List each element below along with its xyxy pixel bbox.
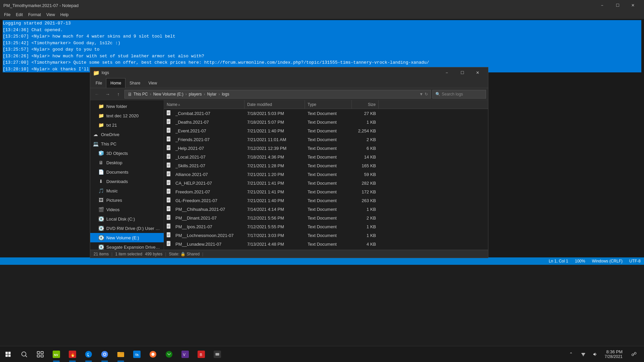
table-row[interactable]: PM__Lunadew.2021-077/13/2021 4:48 PMText… bbox=[164, 240, 488, 248]
tray-expand-btn[interactable]: ⌃ bbox=[566, 346, 577, 362]
address-refresh-icon[interactable]: ↻ bbox=[425, 92, 428, 97]
sidebar-item-undefined[interactable]: 📄Documents bbox=[90, 167, 164, 177]
table-row[interactable]: Freedom.2021-077/21/2021 1:41 PMText Doc… bbox=[164, 187, 488, 196]
file-type-cell: Text Document bbox=[305, 161, 352, 170]
table-row[interactable]: _Local.2021-077/18/2021 4:36 PMText Docu… bbox=[164, 153, 488, 161]
taskbar-search[interactable] bbox=[16, 346, 32, 362]
taskbar-edge[interactable] bbox=[80, 346, 97, 362]
sidebar-item-undefined[interactable]: 💽DVD RW Drive (D:) User Manua... bbox=[90, 224, 164, 233]
windows-icon bbox=[5, 351, 11, 358]
clock[interactable]: 8:36 PM 7/28/2021 bbox=[602, 349, 625, 359]
taskbar-file-explorer[interactable] bbox=[113, 346, 129, 362]
menu-help[interactable]: Help bbox=[58, 12, 71, 18]
taskbar-firewall[interactable]: 🔥 bbox=[64, 346, 80, 362]
ribbon-tab-view[interactable]: View bbox=[144, 78, 161, 88]
sidebar-item-undefined[interactable]: ☁OneDrive bbox=[90, 130, 164, 139]
app1-icon: V bbox=[181, 351, 189, 358]
nav-back-btn[interactable]: ← bbox=[92, 89, 102, 99]
notepad-line: [13:24:36] Chat opened. bbox=[3, 27, 641, 34]
table-row[interactable]: _Help.2021-077/12/2021 12:39 PMText Docu… bbox=[164, 144, 488, 153]
tray-network-icon[interactable] bbox=[578, 346, 589, 362]
taskbar-app1[interactable]: V bbox=[177, 346, 193, 362]
file-type-cell: Text Document bbox=[305, 240, 352, 248]
file-name-cell: _Event.2021-07 bbox=[164, 126, 245, 135]
table-row[interactable]: Alliance.2021-077/21/2021 1:20 PMText Do… bbox=[164, 170, 488, 179]
nav-forward-btn[interactable]: → bbox=[103, 89, 112, 99]
close-button[interactable]: ✕ bbox=[625, 0, 641, 10]
notepad-line: [13:25:42] <Timothymarker> Good day, 1s1… bbox=[3, 40, 641, 47]
minimize-button[interactable]: − bbox=[594, 0, 610, 10]
sidebar-item-undefined[interactable]: 🎵Music bbox=[90, 186, 164, 195]
taskbar-nvidia[interactable]: NV bbox=[48, 346, 64, 362]
file-name-cell: Freedom.2021-07 bbox=[164, 187, 245, 196]
table-row[interactable]: _Skills.2021-077/21/2021 1:28 PMText Doc… bbox=[164, 161, 488, 170]
downloads-icon: ⬇ bbox=[98, 179, 104, 184]
table-row[interactable]: _Friends.2021-077/21/2021 11:01 AMText D… bbox=[164, 135, 488, 144]
menu-edit[interactable]: Edit bbox=[13, 12, 25, 18]
sidebar-item-undefined[interactable]: 💽Seagate Expansion Drive (F:) bbox=[90, 242, 164, 250]
file-name: _Friends.2021-07 bbox=[175, 137, 210, 142]
taskbar-store[interactable]: 🛍 bbox=[129, 346, 145, 362]
col-header-date[interactable]: Date modified bbox=[245, 100, 305, 109]
ribbon-tab-file[interactable]: File bbox=[92, 78, 106, 88]
sidebar-item-undefined[interactable]: 📁New folder bbox=[90, 102, 164, 111]
table-row[interactable]: CA_HELP.2021-077/21/2021 1:41 PMText Doc… bbox=[164, 179, 488, 187]
menu-file[interactable]: File bbox=[1, 12, 13, 18]
taskbar-app2[interactable]: B bbox=[193, 346, 209, 362]
sidebar-label: OneDrive bbox=[101, 132, 119, 137]
ribbon-tab-share[interactable]: Share bbox=[125, 78, 144, 88]
sidebar-item-undefined[interactable]: 🎬Videos bbox=[90, 205, 164, 214]
sidebar-label: This PC bbox=[101, 141, 116, 146]
explorer-maximize-btn[interactable]: ☐ bbox=[454, 68, 470, 78]
explorer-close-btn[interactable]: ✕ bbox=[470, 68, 485, 78]
sidebar-item-undefined[interactable]: 🖼Pictures bbox=[90, 195, 164, 205]
notepad-title: PM_Timothymarker.2021-07 - Notepad bbox=[3, 3, 78, 8]
table-row[interactable]: PM__Dinant.2021-077/12/2021 5:56 PMText … bbox=[164, 214, 488, 222]
file-name: _Event.2021-07 bbox=[175, 128, 206, 133]
tray-volume-icon[interactable] bbox=[590, 346, 601, 362]
taskbar-task-view[interactable] bbox=[32, 346, 48, 362]
store-icon: 🛍 bbox=[133, 351, 141, 358]
videos-icon: 🎬 bbox=[98, 207, 104, 212]
explorer-minimize-btn[interactable]: − bbox=[439, 68, 454, 78]
sidebar-item-undefined[interactable]: 💽Local Disk (C:) bbox=[90, 214, 164, 224]
taskbar-xbox[interactable] bbox=[161, 346, 177, 362]
table-row[interactable]: PM__Lochnessmoon.2021-077/17/2021 3:03 P… bbox=[164, 231, 488, 240]
explorer-titlebar: 📁 logs − ☐ ✕ bbox=[90, 67, 488, 78]
file-date-cell: 7/18/2021 4:36 PM bbox=[245, 153, 305, 161]
maximize-button[interactable]: ☐ bbox=[610, 0, 625, 10]
taskbar-origin[interactable] bbox=[145, 346, 161, 362]
table-row[interactable]: PM__Chihuahua.2021-077/14/2021 4:14 PMTe… bbox=[164, 205, 488, 214]
table-row[interactable]: _Combat.2021-077/18/2021 5:03 PMText Doc… bbox=[164, 109, 488, 118]
sidebar-item-undefined[interactable]: 🧊3D Objects bbox=[90, 148, 164, 158]
address-dropdown-icon[interactable]: ▼ bbox=[419, 92, 423, 97]
sidebar-label: Downloads bbox=[106, 179, 128, 184]
table-row[interactable]: _Deaths.2021-077/18/2021 5:07 PMText Doc… bbox=[164, 118, 488, 126]
table-row[interactable]: _Event.2021-077/21/2021 1:40 PMText Docu… bbox=[164, 126, 488, 135]
sidebar-item-undefined[interactable]: 🖥Desktop bbox=[90, 158, 164, 167]
svg-rect-133 bbox=[582, 354, 584, 355]
file-icon bbox=[167, 232, 171, 239]
taskbar-chrome[interactable] bbox=[97, 346, 113, 362]
file-icon bbox=[167, 224, 171, 230]
ribbon-tab-home[interactable]: Home bbox=[106, 78, 125, 88]
sidebar-item-undefined[interactable]: 📁text dec 12 2020 bbox=[90, 111, 164, 120]
table-row[interactable]: PM__Ipos.2021-077/12/2021 5:55 PMText Do… bbox=[164, 222, 488, 231]
col-header-size[interactable]: Size bbox=[352, 100, 379, 109]
start-button[interactable] bbox=[0, 346, 16, 362]
notification-btn[interactable]: ☍ bbox=[627, 346, 641, 362]
col-header-name[interactable]: Name ▲ bbox=[164, 100, 245, 109]
search-box[interactable]: 🔍 Search logs bbox=[432, 90, 486, 99]
sidebar-item-undefined[interactable]: 📁txt 21 bbox=[90, 120, 164, 130]
menu-view[interactable]: View bbox=[44, 12, 58, 18]
address-bar[interactable]: 🖥 This PC › New Volume (E:) › players › … bbox=[124, 90, 431, 99]
sidebar-item-undefined[interactable]: 💽New Volume (E:) bbox=[90, 233, 164, 242]
table-row[interactable]: GL-Freedom.2021-077/21/2021 1:40 PMText … bbox=[164, 196, 488, 205]
menu-format[interactable]: Format bbox=[25, 12, 44, 18]
sidebar-item-undefined[interactable]: ⬇Downloads bbox=[90, 177, 164, 186]
nav-up-btn[interactable]: ↑ bbox=[114, 89, 123, 99]
sidebar-item-undefined[interactable]: 💻This PC bbox=[90, 139, 164, 148]
file-icon bbox=[167, 241, 171, 247]
taskbar-app3[interactable] bbox=[209, 346, 225, 362]
col-header-type[interactable]: Type bbox=[305, 100, 352, 109]
